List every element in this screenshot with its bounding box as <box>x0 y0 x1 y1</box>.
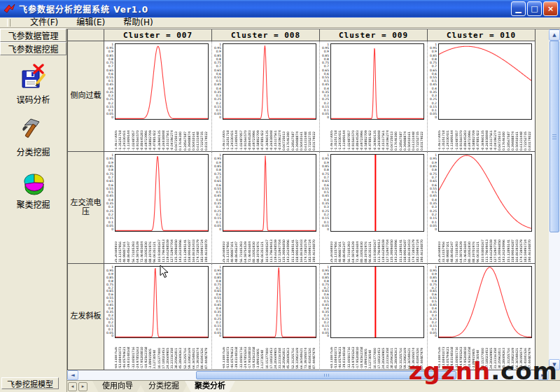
plot-area <box>115 43 209 120</box>
menu-item-H[interactable]: 帮助(H) <box>123 18 153 27</box>
menu-bar: 文件(F)编辑(E)帮助(H) <box>0 18 560 28</box>
x-axis-labels: 25.2650881033.1315795640.9980710148.8645… <box>330 233 424 262</box>
sidebar-item-mining-model[interactable]: 飞参挖掘模型 <box>1 377 59 389</box>
sidebar: 飞参数据管理飞参数据挖掘 误码分析分类挖掘聚类挖掘 飞参挖掘模型 <box>0 29 67 392</box>
density-chart-r2-c3: 10.950.90.850.80.750.70.650.60.550.50.45… <box>428 264 536 370</box>
watermark-black: .com <box>491 357 558 385</box>
grid-corner-cell <box>68 29 104 41</box>
window-title: 飞参数据分析挖掘系统 Ver1.0 <box>19 3 148 15</box>
menu-item-F[interactable]: 文件(F) <box>30 18 58 27</box>
row-label: 左交流电压 <box>68 152 104 264</box>
density-chart-r1-c2: 10.950.90.850.80.750.70.650.60.550.50.45… <box>320 152 428 264</box>
sidebar-tools: 误码分析分类挖掘聚类挖掘 <box>0 55 66 210</box>
y-axis-labels: 10.950.90.850.80.750.70.650.60.550.50.45… <box>320 154 330 232</box>
y-axis-labels: 10.950.90.850.80.750.70.650.60.550.50.45… <box>212 266 222 338</box>
y-axis-labels: 10.950.90.850.80.750.70.650.60.550.50.45… <box>104 266 114 338</box>
cluster-header: Cluster = 009 <box>320 29 428 41</box>
y-axis-labels: 10.950.90.850.80.750.70.650.60.550.50.45… <box>104 43 114 120</box>
density-chart-r2-c1: 10.950.90.850.80.750.70.650.60.550.50.45… <box>212 264 320 370</box>
tab-prev-icon[interactable]: ◄ <box>68 382 77 391</box>
window-controls: ▁□× <box>511 1 558 16</box>
menu-item-E[interactable]: 编辑(E) <box>76 18 105 27</box>
sidebar-tool-0[interactable]: 误码分析 <box>0 64 66 105</box>
menu-grip-handle <box>7 19 10 27</box>
cluster-header: Cluster = 008 <box>212 29 320 41</box>
density-chart-r2-c0: 10.950.90.850.80.750.70.650.60.550.50.45… <box>104 264 212 370</box>
x-axis-labels: -1.46173005-1.35251718-1.24330431-1.1340… <box>330 121 424 150</box>
floppy-error-icon <box>20 64 47 90</box>
x-axis-labels: 25.2650881033.1315795640.9980710148.8645… <box>223 233 316 262</box>
restore-button[interactable]: □ <box>527 1 542 16</box>
x-axis-labels: -1.46173005-1.35251718-1.24330431-1.1340… <box>438 121 532 150</box>
cluster-header: Cluster = 010 <box>428 29 536 41</box>
sidebar-tool-label: 聚类挖掘 <box>0 198 66 210</box>
content-area: Cluster = 007Cluster = 008Cluster = 009C… <box>67 29 560 392</box>
close-button[interactable]: × <box>543 1 558 16</box>
cluster-header: Cluster = 007 <box>104 29 212 41</box>
y-axis-labels: 10.950.90.850.80.750.70.650.60.550.50.45… <box>212 43 222 120</box>
y-axis-labels: 10.950.90.850.80.750.70.650.60.550.50.45… <box>428 266 438 338</box>
sidebar-nav-button-1[interactable]: 飞参数据挖掘 <box>0 42 66 55</box>
vertical-scrollbar[interactable]: ▲ ▼ <box>549 29 560 370</box>
pie-chart-3d-icon <box>20 169 47 195</box>
density-chart-r1-c3: 10.950.90.850.80.750.70.650.60.550.50.45… <box>428 152 536 264</box>
watermark: zgznh.com <box>409 359 558 383</box>
minimize-button[interactable]: ▁ <box>511 1 526 16</box>
app-logo-icon <box>4 4 16 15</box>
tab-next-icon[interactable]: ► <box>78 382 88 391</box>
x-axis-labels: -1.46173005-1.35251718-1.24330431-1.1340… <box>223 121 316 150</box>
plot-area <box>438 266 532 338</box>
main-area: 飞参数据管理飞参数据挖掘 误码分析分类挖掘聚类挖掘 飞参挖掘模型 Cluster… <box>0 29 560 392</box>
watermark-red: zgznh <box>409 357 491 385</box>
sidebar-tool-label: 分类挖掘 <box>0 146 66 158</box>
x-axis-labels: -60.11087526-53.08441073-46.05794621-39.… <box>115 340 209 369</box>
tabs-container: 使用向导分类挖掘聚类分析 <box>88 381 235 392</box>
scroll-left-icon[interactable]: ◄ <box>67 370 78 380</box>
density-chart-r0-c0: 10.950.90.850.80.750.70.650.60.550.50.45… <box>104 41 212 152</box>
plot-area <box>223 43 316 120</box>
x-axis-labels: -60.11087526-53.08441073-46.05794621-39.… <box>223 340 316 369</box>
density-chart-r0-c1: 10.950.90.850.80.750.70.650.60.550.50.45… <box>212 41 320 152</box>
scroll-up-icon[interactable]: ▲ <box>549 29 560 41</box>
y-axis-labels: 10.950.90.850.80.750.70.650.60.550.50.45… <box>104 154 114 232</box>
row-label: 左发斜板 <box>68 264 104 370</box>
plot-area <box>438 154 532 232</box>
sidebar-nav-button-0[interactable]: 飞参数据管理 <box>0 29 66 42</box>
y-axis-labels: 10.950.90.850.80.750.70.650.60.550.50.45… <box>320 43 330 120</box>
plot-area <box>330 266 424 338</box>
tab-2[interactable]: 聚类分析 <box>185 381 235 392</box>
y-axis-labels: 10.950.90.850.80.750.70.650.60.550.50.45… <box>428 154 438 232</box>
plot-area <box>438 43 532 120</box>
tab-1[interactable]: 分类挖掘 <box>139 381 189 392</box>
y-axis-labels: 10.950.90.850.80.750.70.650.60.550.50.45… <box>428 43 438 120</box>
density-chart-r1-c0: 10.950.90.850.80.750.70.650.60.550.50.45… <box>104 152 212 264</box>
row-label: 侧向过载 <box>68 41 104 152</box>
menu-items: 文件(F)编辑(E)帮助(H) <box>30 18 153 27</box>
y-axis-labels: 10.950.90.850.80.750.70.650.60.550.50.45… <box>320 266 330 338</box>
plot-area <box>223 266 316 338</box>
density-chart-r2-c2: 10.950.90.850.80.750.70.650.60.550.50.45… <box>320 264 428 370</box>
vertical-scroll-thumb[interactable] <box>550 41 559 232</box>
plot-area <box>223 154 316 232</box>
plot-area <box>330 43 424 120</box>
x-axis-labels: 25.2650881033.1315795640.9980710148.8645… <box>438 233 532 262</box>
title-bar: 飞参数据分析挖掘系统 Ver1.0 ▁□× <box>0 0 560 18</box>
sidebar-tool-2[interactable]: 聚类挖掘 <box>0 169 66 210</box>
density-chart-r0-c3: 10.950.90.850.80.750.70.650.60.550.50.45… <box>428 41 536 152</box>
density-chart-r1-c1: 10.950.90.850.80.750.70.650.60.550.50.45… <box>212 152 320 264</box>
sidebar-nav-buttons: 飞参数据管理飞参数据挖掘 <box>0 29 66 55</box>
sidebar-tool-1[interactable]: 分类挖掘 <box>0 116 66 158</box>
tab-0[interactable]: 使用向导 <box>92 381 143 392</box>
hammer-icon <box>20 116 47 143</box>
cluster-grid: Cluster = 007Cluster = 008Cluster = 009C… <box>67 29 536 371</box>
plot-area <box>115 154 209 232</box>
x-axis-labels: 25.2650881033.1315795640.9980710148.8645… <box>115 233 209 262</box>
y-axis-labels: 10.950.90.850.80.750.70.650.60.550.50.45… <box>212 154 222 232</box>
plot-area <box>330 154 424 232</box>
density-chart-r0-c2: 10.950.90.850.80.750.70.650.60.550.50.45… <box>320 41 428 152</box>
sidebar-tool-label: 误码分析 <box>0 93 66 105</box>
plot-area <box>115 266 209 338</box>
x-axis-labels: -1.46173005-1.35251718-1.24330431-1.1340… <box>115 121 209 150</box>
